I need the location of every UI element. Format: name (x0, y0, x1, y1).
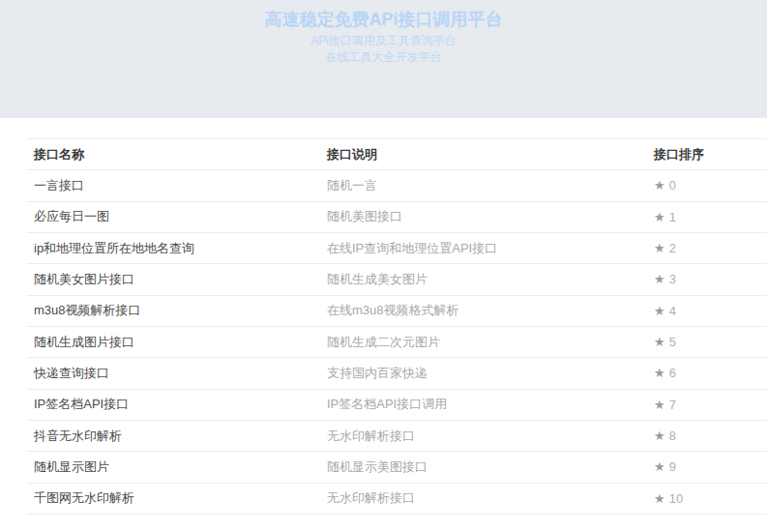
api-rank: ★8 (647, 420, 767, 451)
api-description: 随机美图接口 (320, 201, 647, 232)
table-row[interactable]: 必应每日一图随机美图接口★1 (27, 201, 767, 232)
rank-value: 7 (669, 398, 676, 412)
star-icon: ★ (654, 178, 665, 192)
api-rank: ★1 (647, 201, 767, 232)
api-name[interactable]: 快递查询接口 (27, 358, 320, 389)
api-description: 支持国内百家快递 (320, 358, 647, 389)
page-title: 高速稳定免费APi接口调用平台 (0, 0, 767, 30)
rank-value: 1 (669, 210, 676, 224)
rank-value: 8 (669, 429, 676, 443)
star-icon: ★ (654, 459, 665, 474)
api-name[interactable]: m3u8视频解析接口 (27, 295, 320, 326)
table-row[interactable]: 随机显示图片随机显示美图接口★9 (27, 452, 767, 483)
rank-value: 3 (669, 272, 676, 286)
hero-banner: 高速稳定免费APi接口调用平台 APi接口调用及工具查询平台 在线工具大全开发平… (0, 0, 767, 118)
api-description: 随机生成美女图片 (320, 264, 647, 295)
api-description: 在线m3u8视频格式解析 (320, 295, 647, 326)
api-name[interactable]: 随机美女图片接口 (27, 264, 320, 295)
star-icon: ★ (654, 304, 665, 318)
star-icon: ★ (654, 272, 665, 286)
table-row[interactable]: 随机美女图片接口随机生成美女图片★3 (27, 264, 767, 295)
rank-value: 9 (669, 459, 676, 474)
table-row[interactable]: 随机生成图片接口随机生成二次元图片★5 (27, 326, 767, 357)
api-rank: ★7 (647, 389, 767, 420)
api-rank: ★0 (647, 170, 767, 201)
api-name[interactable]: 一言接口 (27, 170, 320, 201)
table-row[interactable]: IP签名档API接口IP签名档API接口调用★7 (27, 389, 767, 420)
api-description: 随机生成二次元图片 (320, 326, 647, 357)
api-description: 在线IP查询和地理位置API接口 (320, 232, 647, 263)
rank-value: 2 (669, 241, 676, 255)
star-icon: ★ (654, 241, 665, 255)
star-icon: ★ (654, 366, 665, 380)
api-name[interactable]: 千图网无水印解析 (27, 483, 320, 514)
star-icon: ★ (654, 429, 665, 443)
table-row[interactable]: ip和地理位置所在地地名查询在线IP查询和地理位置API接口★2 (27, 232, 767, 263)
api-description: IP签名档API接口调用 (320, 389, 647, 420)
column-header-api-name: 接口名称 (27, 139, 320, 170)
api-rank: ★3 (647, 264, 767, 295)
table-row[interactable]: 快递查询接口支持国内百家快递★6 (27, 358, 767, 389)
api-name[interactable]: 随机生成图片接口 (27, 326, 320, 357)
api-rank: ★4 (647, 295, 767, 326)
star-icon: ★ (654, 491, 665, 506)
api-rank: ★6 (647, 358, 767, 389)
rank-value: 6 (669, 366, 676, 380)
api-name[interactable]: 必应每日一图 (27, 201, 320, 232)
table-row[interactable]: 千图网无水印解析无水印解析接口★10 (27, 483, 767, 514)
api-description: 无水印解析接口 (320, 483, 647, 514)
page-subtitle-1: APi接口调用及工具查询平台 (0, 34, 767, 48)
rank-value: 5 (669, 335, 676, 349)
api-description: 随机一言 (320, 170, 647, 201)
column-header-api-rank: 接口排序 (647, 139, 767, 170)
api-rank: ★2 (647, 232, 767, 263)
star-icon: ★ (654, 398, 665, 412)
table-row[interactable]: m3u8视频解析接口在线m3u8视频格式解析★4 (27, 295, 767, 326)
api-rank: ★9 (647, 452, 767, 483)
column-header-api-desc: 接口说明 (320, 139, 647, 170)
rank-value: 4 (669, 304, 676, 318)
rank-value: 10 (669, 491, 683, 506)
api-rank: ★10 (647, 483, 767, 514)
api-name[interactable]: 抖音无水印解析 (27, 420, 320, 451)
api-list-table: 接口名称 接口说明 接口排序 一言接口随机一言★0必应每日一图随机美图接口★1i… (27, 138, 767, 515)
star-icon: ★ (654, 335, 665, 349)
page-subtitle-2: 在线工具大全开发平台 (0, 50, 767, 65)
api-name[interactable]: IP签名档API接口 (27, 389, 320, 420)
api-rank: ★5 (647, 326, 767, 357)
api-description: 随机显示美图接口 (320, 452, 647, 483)
star-icon: ★ (654, 210, 665, 224)
table-row[interactable]: 一言接口随机一言★0 (27, 170, 767, 201)
api-description: 无水印解析接口 (320, 420, 647, 451)
table-row[interactable]: 抖音无水印解析无水印解析接口★8 (27, 420, 767, 451)
api-name[interactable]: 随机显示图片 (27, 452, 320, 483)
api-name[interactable]: ip和地理位置所在地地名查询 (27, 232, 320, 263)
table-header-row: 接口名称 接口说明 接口排序 (27, 139, 767, 170)
rank-value: 0 (669, 178, 676, 192)
